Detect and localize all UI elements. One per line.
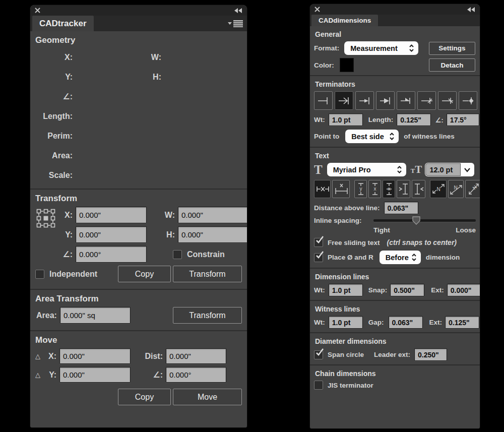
- text-left-of-line-button[interactable]: [397, 180, 410, 198]
- wit-wt-label: Wt:: [314, 319, 325, 326]
- area-transform-section: Area Transform Area: Transform: [30, 289, 247, 330]
- collapse-icon[interactable]: [467, 7, 475, 12]
- transform-row-angle: ∠: Constrain: [34, 246, 243, 263]
- transform-h-input[interactable]: [178, 226, 247, 243]
- terminator-thin-arrow-icon: [358, 96, 371, 106]
- wit-ext-input[interactable]: [445, 316, 479, 329]
- color-swatch[interactable]: [340, 58, 353, 72]
- transform-angle-input[interactable]: [76, 246, 147, 263]
- text-above-line-button[interactable]: [332, 180, 350, 198]
- text-right-of-line-button[interactable]: [412, 180, 425, 198]
- move-angle-input[interactable]: [166, 367, 226, 383]
- delta-icon: △: [35, 371, 40, 379]
- terminator-diamond-icon: [462, 96, 475, 106]
- text-diagonal-inline-button[interactable]: N: [430, 180, 447, 198]
- dim-ext-input[interactable]: [447, 284, 480, 296]
- terminator-diamond-button[interactable]: [459, 91, 477, 110]
- point-to-dropdown[interactable]: Best side: [345, 130, 399, 143]
- distance-input[interactable]: [384, 202, 418, 214]
- text-diagonal-above-button[interactable]: N: [448, 180, 464, 198]
- geometry-section: Geometry X: W: Y: H: ∠: Length: Perim: A…: [30, 31, 247, 189]
- move-copy-button[interactable]: Copy: [118, 389, 171, 405]
- area-input[interactable]: [60, 307, 131, 324]
- terminator-tick-icon: [317, 96, 330, 106]
- wit-gap-input[interactable]: [389, 316, 423, 329]
- text-vertical-strike-button[interactable]: x: [383, 180, 395, 198]
- font-size-combo[interactable]: 12.0 pt: [425, 163, 474, 176]
- terminator-oblique-tick-icon: [420, 96, 433, 106]
- geometry-y-label: Y:: [34, 73, 73, 82]
- terminator-wt-input[interactable]: [329, 113, 363, 126]
- wit-wt-input[interactable]: [329, 316, 363, 329]
- free-sliding-row: Free sliding text (ctrl snaps to center): [314, 238, 476, 247]
- format-dropdown[interactable]: Measurement: [344, 41, 418, 55]
- chain-row: JIS terminator: [314, 381, 476, 390]
- move-section: Move △ X: Dist: △ Y: ∠: Copy Move: [30, 330, 247, 412]
- collapse-icon[interactable]: [234, 8, 242, 13]
- terminator-oblique-tick-reverse-button[interactable]: [438, 91, 457, 110]
- area-transform-button[interactable]: Transform: [173, 307, 242, 324]
- transform-x-input[interactable]: [76, 207, 147, 223]
- place-dropdown[interactable]: Before: [380, 251, 421, 264]
- inline-spacing-thumb[interactable]: [412, 216, 420, 225]
- transform-y-input[interactable]: [76, 226, 147, 243]
- terminator-thin-arrow-button[interactable]: [355, 91, 374, 110]
- move-x-input[interactable]: [59, 348, 131, 364]
- place-checkbox[interactable]: [314, 253, 323, 262]
- panel-menu-icon[interactable]: [228, 20, 243, 27]
- reference-point-proxy-icon[interactable]: [36, 209, 55, 228]
- independent-checkbox[interactable]: [35, 270, 44, 279]
- text-title: Text: [315, 152, 476, 160]
- caddimensions-panel: CADdimensions General Format: Measuremen…: [310, 4, 480, 428]
- detach-button[interactable]: Detach: [429, 58, 475, 72]
- terminator-angle-input[interactable]: [447, 113, 479, 126]
- transform-apply-button[interactable]: Transform: [173, 266, 242, 282]
- font-size-dropdown[interactable]: [461, 167, 474, 172]
- transform-w-input[interactable]: [178, 207, 247, 223]
- geometry-length-label: Length:: [34, 112, 73, 121]
- wit-ext-label: Ext:: [429, 319, 443, 326]
- geometry-scale-label: Scale:: [34, 171, 73, 180]
- jis-terminator-checkbox[interactable]: [314, 381, 323, 390]
- text-vertical-y-button[interactable]: y: [354, 180, 367, 198]
- font-size-field[interactable]: 12.0 pt: [425, 163, 461, 176]
- terminator-open-arrow-button[interactable]: [335, 91, 353, 110]
- font-dropdown[interactable]: Myriad Pro: [327, 163, 406, 176]
- text-diagonal-horizontal-button[interactable]: N: [465, 180, 480, 198]
- terminator-oblique-tick-button[interactable]: [417, 91, 436, 110]
- geometry-row: ∠:: [34, 87, 243, 106]
- transform-copy-button[interactable]: Copy: [118, 266, 171, 282]
- settings-button[interactable]: Settings: [429, 42, 475, 55]
- terminator-filled-arrow-button[interactable]: [376, 91, 395, 110]
- span-circle-label: Span circle: [328, 351, 364, 358]
- text-inline-button[interactable]: [314, 180, 331, 198]
- free-sliding-checkbox[interactable]: [314, 238, 323, 247]
- terminator-half-arrow-button[interactable]: [397, 91, 415, 110]
- text-vertical-x-button[interactable]: x: [368, 180, 381, 198]
- transform-row-xw: X: W:: [34, 207, 243, 223]
- format-label: Format:: [314, 44, 339, 52]
- text-vertical-x-icon: x: [369, 182, 381, 196]
- close-icon[interactable]: [35, 8, 40, 13]
- terminator-half-arrow-icon: [400, 96, 413, 106]
- span-circle-checkbox[interactable]: [314, 350, 323, 359]
- close-icon[interactable]: [314, 7, 320, 12]
- general-title: General: [315, 30, 476, 38]
- tab-caddimensions[interactable]: CADdimensions: [311, 15, 378, 26]
- move-button[interactable]: Move: [173, 389, 242, 405]
- text-section: Text T Myriad Pro TT 12.0 pt y: [310, 147, 480, 268]
- move-dist-input[interactable]: [166, 348, 226, 364]
- tab-cadtracker[interactable]: CADtracker: [32, 16, 94, 31]
- place-row: Place Ø and R Before dimension: [314, 251, 476, 264]
- terminators-section: Terminators Wt: Length: ∠: [310, 75, 480, 147]
- move-y-input[interactable]: [59, 367, 131, 383]
- svg-text:N: N: [436, 187, 440, 192]
- leader-ext-input[interactable]: [414, 348, 447, 361]
- terminator-length-input[interactable]: [397, 113, 431, 126]
- constrain-checkbox[interactable]: [173, 250, 182, 259]
- terminator-tick-button[interactable]: [314, 91, 333, 110]
- inline-spacing-slider[interactable]: [373, 219, 476, 222]
- dim-snap-input[interactable]: [390, 284, 424, 296]
- geometry-x-label: X:: [34, 53, 73, 62]
- dim-wt-input[interactable]: [329, 284, 363, 296]
